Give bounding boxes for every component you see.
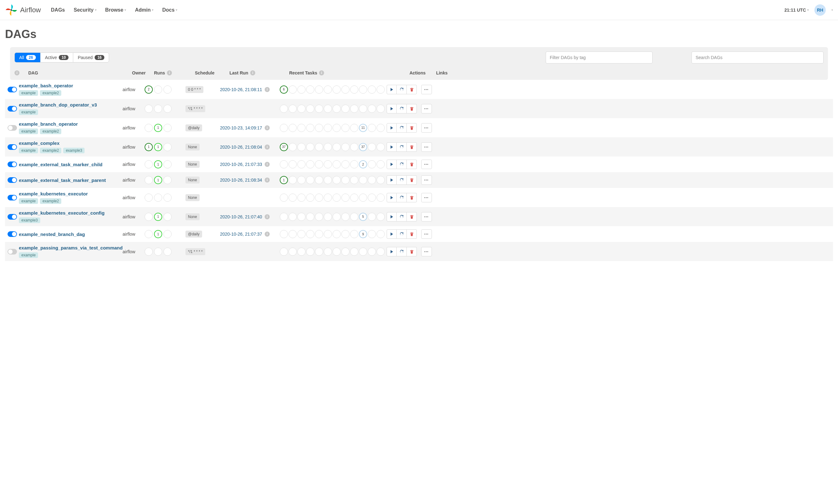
task-circle-empty[interactable] bbox=[288, 143, 297, 151]
task-circle-empty[interactable] bbox=[377, 86, 385, 94]
task-circle-queued[interactable]: 5 bbox=[359, 213, 367, 221]
task-circle-success[interactable]: 6 bbox=[280, 86, 288, 94]
dag-name-link[interactable]: example_kubernetes_executor bbox=[19, 191, 123, 196]
last-run-link[interactable]: 2020-10-26, 21:07:40 bbox=[220, 214, 262, 219]
task-circle-empty[interactable] bbox=[368, 124, 376, 132]
info-icon[interactable] bbox=[265, 232, 270, 237]
delete-dag-button[interactable] bbox=[407, 175, 417, 185]
run-circle-empty[interactable] bbox=[163, 176, 172, 184]
task-circle-empty[interactable] bbox=[350, 230, 358, 238]
task-circle-empty[interactable] bbox=[324, 86, 332, 94]
dag-tag[interactable]: example bbox=[19, 148, 38, 153]
dag-name-link[interactable]: example_external_task_marker_child bbox=[19, 162, 123, 167]
task-circle-empty[interactable] bbox=[288, 105, 297, 113]
delete-dag-button[interactable] bbox=[407, 247, 417, 256]
run-circle-empty[interactable] bbox=[163, 86, 172, 94]
trigger-dag-button[interactable] bbox=[387, 142, 397, 152]
dag-toggle[interactable] bbox=[7, 214, 17, 220]
info-icon[interactable] bbox=[167, 70, 172, 75]
task-circle-empty[interactable] bbox=[350, 160, 358, 168]
dag-toggle[interactable] bbox=[7, 87, 17, 92]
task-circle-empty[interactable] bbox=[324, 213, 332, 221]
task-circle-empty[interactable] bbox=[306, 143, 314, 151]
info-icon[interactable] bbox=[319, 70, 324, 75]
task-circle-empty[interactable] bbox=[368, 213, 376, 221]
task-circle-empty[interactable] bbox=[288, 248, 297, 256]
task-circle-empty[interactable] bbox=[359, 194, 367, 202]
task-circle-empty[interactable] bbox=[333, 143, 341, 151]
nav-dags[interactable]: DAGs bbox=[51, 7, 65, 13]
task-circle-empty[interactable] bbox=[368, 176, 376, 184]
dag-links-menu[interactable]: ⋯ bbox=[421, 85, 432, 94]
dag-schedule[interactable]: @daily bbox=[185, 231, 202, 237]
task-circle-empty[interactable] bbox=[280, 248, 288, 256]
task-circle-empty[interactable] bbox=[280, 124, 288, 132]
task-circle-empty[interactable] bbox=[377, 124, 385, 132]
info-icon[interactable] bbox=[15, 70, 19, 75]
task-circle-empty[interactable] bbox=[350, 105, 358, 113]
task-circle-empty[interactable] bbox=[324, 160, 332, 168]
run-circle-empty[interactable] bbox=[145, 230, 153, 238]
dag-owner[interactable]: airflow bbox=[123, 145, 145, 149]
dag-tag[interactable]: example bbox=[19, 252, 38, 258]
refresh-dag-button[interactable] bbox=[397, 212, 407, 221]
task-circle-empty[interactable] bbox=[315, 160, 323, 168]
clock[interactable]: 21:11 UTC ▾ bbox=[785, 7, 809, 13]
run-circle-empty[interactable] bbox=[163, 230, 172, 238]
dag-owner[interactable]: airflow bbox=[123, 232, 145, 237]
task-circle-empty[interactable] bbox=[368, 194, 376, 202]
last-run-link[interactable]: 2020-10-26, 21:08:04 bbox=[220, 145, 262, 149]
task-circle-empty[interactable] bbox=[297, 105, 305, 113]
info-icon[interactable] bbox=[265, 178, 270, 183]
dag-schedule[interactable]: */1 * * * * bbox=[185, 248, 205, 255]
last-run-link[interactable]: 2020-10-23, 14:09:17 bbox=[220, 125, 262, 130]
refresh-dag-button[interactable] bbox=[397, 123, 407, 132]
run-circle-empty[interactable] bbox=[154, 86, 162, 94]
dag-links-menu[interactable]: ⋯ bbox=[421, 175, 432, 185]
nav-docs[interactable]: Docs▾ bbox=[162, 7, 177, 13]
task-circle-empty[interactable] bbox=[306, 86, 314, 94]
dag-tag[interactable]: example bbox=[19, 198, 38, 204]
dag-owner[interactable]: airflow bbox=[123, 162, 145, 167]
trigger-dag-button[interactable] bbox=[387, 123, 397, 132]
task-circle-empty[interactable] bbox=[288, 213, 297, 221]
dag-name-link[interactable]: example_passing_params_via_test_command bbox=[19, 245, 123, 250]
info-icon[interactable] bbox=[265, 145, 270, 149]
filter-active[interactable]: Active 10 bbox=[40, 53, 73, 62]
task-circle-empty[interactable] bbox=[341, 124, 350, 132]
user-avatar[interactable]: RH bbox=[815, 4, 826, 16]
dag-tag[interactable]: example2 bbox=[40, 198, 61, 204]
dag-schedule[interactable]: None bbox=[185, 194, 200, 201]
task-circle-empty[interactable] bbox=[324, 143, 332, 151]
dag-toggle[interactable] bbox=[7, 195, 17, 200]
task-circle-empty[interactable] bbox=[306, 213, 314, 221]
delete-dag-button[interactable] bbox=[407, 160, 417, 169]
dag-owner[interactable]: airflow bbox=[123, 106, 145, 111]
refresh-dag-button[interactable] bbox=[397, 104, 407, 113]
trigger-dag-button[interactable] bbox=[387, 193, 397, 202]
dag-name-link[interactable]: example_branch_operator bbox=[19, 121, 123, 127]
task-circle-empty[interactable] bbox=[333, 194, 341, 202]
dag-schedule[interactable]: None bbox=[185, 177, 200, 183]
task-circle-empty[interactable] bbox=[368, 230, 376, 238]
trigger-dag-button[interactable] bbox=[387, 247, 397, 256]
task-circle-empty[interactable] bbox=[288, 194, 297, 202]
task-circle-empty[interactable] bbox=[297, 143, 305, 151]
dag-owner[interactable]: airflow bbox=[123, 195, 145, 200]
run-circle-empty[interactable] bbox=[145, 124, 153, 132]
task-circle-empty[interactable] bbox=[306, 248, 314, 256]
dag-owner[interactable]: airflow bbox=[123, 214, 145, 219]
task-circle-queued[interactable]: 2 bbox=[359, 160, 367, 168]
task-circle-queued[interactable]: 9 bbox=[359, 230, 367, 238]
dag-links-menu[interactable]: ⋯ bbox=[421, 229, 432, 239]
run-circle-empty[interactable] bbox=[163, 105, 172, 113]
last-run-link[interactable]: 2020-10-26, 21:08:34 bbox=[220, 178, 262, 183]
dag-schedule[interactable]: @daily bbox=[185, 124, 202, 131]
task-circle-empty[interactable] bbox=[315, 124, 323, 132]
delete-dag-button[interactable] bbox=[407, 193, 417, 202]
dag-name-link[interactable]: example_external_task_marker_parent bbox=[19, 178, 123, 183]
task-circle-empty[interactable] bbox=[377, 213, 385, 221]
task-circle-empty[interactable] bbox=[350, 194, 358, 202]
refresh-dag-button[interactable] bbox=[397, 229, 407, 239]
task-circle-empty[interactable] bbox=[280, 160, 288, 168]
